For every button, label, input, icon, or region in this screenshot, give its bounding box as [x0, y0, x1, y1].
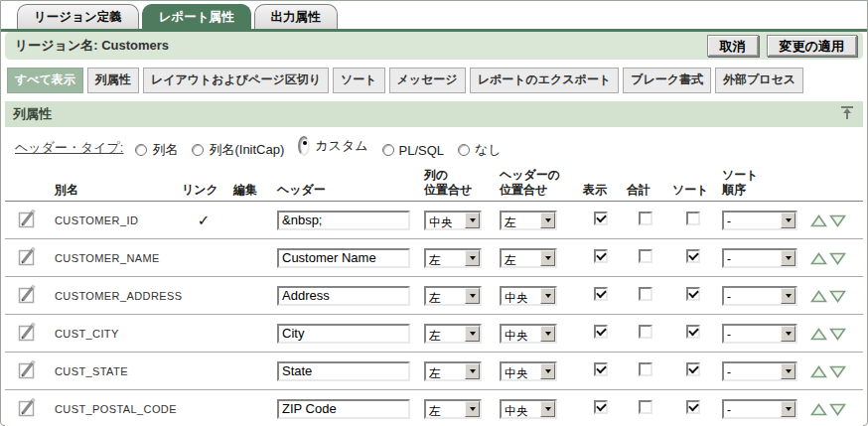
- move-down-icon[interactable]: [829, 290, 846, 303]
- tab-region-definition[interactable]: リージョン定義: [17, 4, 139, 29]
- section-body: ヘッダー・タイプ: 列名列名(InitCap)カスタムPL/SQLなし 別名 リ…: [5, 127, 863, 426]
- sum-checkbox[interactable]: [639, 249, 652, 263]
- move-up-icon[interactable]: [810, 328, 827, 341]
- subtab-messages[interactable]: メッセージ: [389, 68, 466, 93]
- sort-sequence-select[interactable]: -: [722, 211, 797, 230]
- move-down-icon[interactable]: [829, 328, 846, 341]
- move-up-icon[interactable]: [810, 290, 827, 303]
- sum-checkbox[interactable]: [639, 362, 652, 376]
- column-alias: CUST_STATE: [55, 365, 128, 377]
- sort-sequence-select[interactable]: -: [722, 399, 797, 419]
- dropdown-arrow-icon: [465, 326, 480, 342]
- header-alignment-select[interactable]: 中央: [500, 286, 557, 306]
- header-alignment-select[interactable]: 中央: [500, 399, 557, 419]
- show-checkbox[interactable]: [594, 325, 608, 339]
- header-text-input[interactable]: [277, 361, 410, 381]
- column-alignment-select[interactable]: 左: [424, 248, 482, 268]
- move-row-controls: [805, 353, 863, 390]
- radio-column-name-initcap[interactable]: [192, 144, 204, 156]
- subtab-layout-pagination[interactable]: レイアウトおよびページ区切り: [143, 68, 329, 93]
- show-checkbox[interactable]: [594, 362, 608, 376]
- sum-checkbox[interactable]: [639, 212, 652, 225]
- col-link-header: リンク: [178, 166, 229, 202]
- column-alignment-select[interactable]: 中央: [424, 211, 482, 230]
- subtab-show-all[interactable]: すべて表示: [7, 68, 83, 93]
- show-checkbox[interactable]: [594, 249, 608, 263]
- dropdown-arrow-icon: [465, 288, 480, 304]
- column-alignment-select[interactable]: 左: [424, 286, 482, 306]
- header-alignment-select[interactable]: 左: [500, 211, 557, 230]
- tab-output-attributes[interactable]: 出力属性: [254, 4, 338, 29]
- table-row: CUST_STATE左中央-: [5, 353, 863, 390]
- header-text-input[interactable]: [277, 211, 410, 230]
- col-move-header: [805, 166, 863, 202]
- subtab-column-attributes[interactable]: 列属性: [87, 68, 139, 93]
- cancel-button[interactable]: 取消: [707, 35, 759, 57]
- move-up-icon[interactable]: [810, 403, 827, 416]
- subtab-report-export[interactable]: レポートのエクスポート: [470, 68, 620, 93]
- move-row-controls: [805, 315, 863, 353]
- sort-checkbox[interactable]: [686, 400, 700, 414]
- sort-checkbox[interactable]: [686, 325, 700, 339]
- edit-column-icon[interactable]: [16, 244, 40, 271]
- header-alignment-select[interactable]: 左: [500, 248, 557, 268]
- radio-column-name[interactable]: [135, 144, 147, 156]
- edit-column-icon[interactable]: [16, 207, 40, 233]
- move-down-icon[interactable]: [829, 403, 846, 416]
- sum-checkbox[interactable]: [639, 400, 652, 414]
- header-type-option-none: なし: [458, 141, 502, 159]
- sort-sequence-select[interactable]: -: [722, 286, 797, 306]
- column-alignment-select[interactable]: 左: [424, 324, 482, 344]
- sum-checkbox[interactable]: [639, 287, 652, 301]
- header-alignment-select[interactable]: 中央: [500, 361, 557, 381]
- move-down-icon[interactable]: [829, 214, 846, 227]
- scroll-to-top-icon[interactable]: [839, 105, 855, 123]
- header-text-input[interactable]: [277, 324, 410, 344]
- column-alignment-select[interactable]: 左: [424, 361, 482, 381]
- show-checkbox[interactable]: [594, 400, 608, 414]
- radio-plsql[interactable]: [382, 144, 394, 156]
- sort-checkbox[interactable]: [686, 287, 700, 301]
- header-alignment-select[interactable]: 中央: [500, 324, 557, 344]
- edit-column-icon[interactable]: [16, 395, 40, 422]
- move-up-icon[interactable]: [810, 365, 827, 378]
- tab-report-attributes[interactable]: レポート属性: [142, 4, 251, 29]
- move-up-icon[interactable]: [810, 214, 827, 227]
- sort-checkbox[interactable]: [686, 249, 700, 263]
- edit-column-icon[interactable]: [16, 357, 40, 384]
- sort-sequence-select[interactable]: -: [722, 361, 797, 381]
- page-frame: リージョン定義レポート属性出力属性 リージョン名: Customers 取消 変…: [0, 0, 868, 426]
- subtab-external-process[interactable]: 外部プロセス: [715, 68, 803, 93]
- table-row: CUST_CITY左中央-: [5, 315, 863, 353]
- show-checkbox[interactable]: [594, 287, 608, 301]
- col-show-header: 表示: [579, 166, 623, 202]
- dropdown-arrow-icon: [540, 288, 555, 304]
- header-text-input[interactable]: [277, 399, 410, 419]
- dropdown-arrow-icon: [540, 250, 555, 266]
- move-up-icon[interactable]: [810, 252, 827, 265]
- table-row: CUST_POSTAL_CODE左中央-: [5, 390, 863, 426]
- show-checkbox[interactable]: [594, 212, 608, 225]
- subtab-break-format[interactable]: ブレーク書式: [623, 68, 711, 93]
- sum-checkbox[interactable]: [639, 325, 652, 339]
- apply-changes-button[interactable]: 変更の適用: [767, 35, 857, 57]
- edit-column-icon[interactable]: [16, 320, 40, 347]
- sort-checkbox[interactable]: [686, 212, 700, 225]
- header-text-input[interactable]: [277, 286, 410, 306]
- subtab-sort[interactable]: ソート: [333, 68, 385, 93]
- column-alignment-select[interactable]: 左: [424, 399, 482, 419]
- header-type-label[interactable]: ヘッダー・タイプ:: [15, 139, 123, 157]
- header-text-input[interactable]: [277, 248, 410, 268]
- move-down-icon[interactable]: [829, 252, 846, 265]
- col-alias-header: 別名: [51, 166, 178, 202]
- column-alias: CUSTOMER_ADDRESS: [55, 290, 182, 302]
- radio-custom[interactable]: [298, 136, 310, 156]
- sort-checkbox[interactable]: [686, 362, 700, 376]
- radio-none[interactable]: [458, 144, 470, 156]
- move-down-icon[interactable]: [829, 365, 846, 378]
- sort-sequence-select[interactable]: -: [722, 248, 797, 268]
- dropdown-arrow-icon: [465, 401, 480, 417]
- column-alias: CUSTOMER_ID: [55, 214, 138, 226]
- sort-sequence-select[interactable]: -: [722, 324, 797, 344]
- edit-column-icon[interactable]: [16, 282, 40, 309]
